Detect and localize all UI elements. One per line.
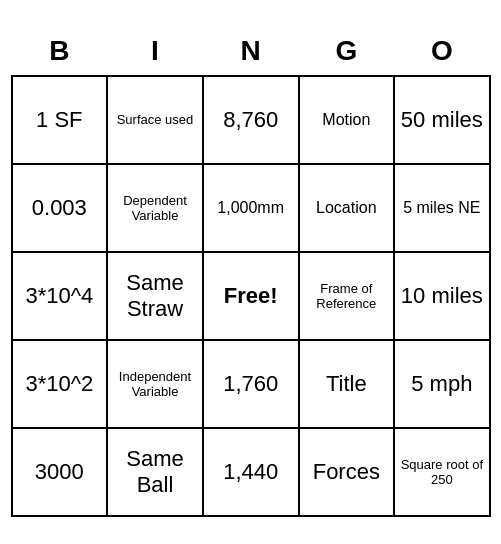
bingo-cell-4-1: Same Ball xyxy=(107,428,203,516)
bingo-row-3: 3*10^2Independent Variable1,760Title5 mp… xyxy=(12,340,490,428)
bingo-cell-3-3: Title xyxy=(299,340,395,428)
bingo-cell-1-0: 0.003 xyxy=(12,164,108,252)
bingo-cell-3-1: Independent Variable xyxy=(107,340,203,428)
bingo-cell-4-2: 1,440 xyxy=(203,428,299,516)
header-letter-g: G xyxy=(299,28,395,76)
bingo-cell-0-0: 1 SF xyxy=(12,76,108,164)
header-letter-n: N xyxy=(203,28,299,76)
bingo-cell-3-0: 3*10^2 xyxy=(12,340,108,428)
bingo-cell-1-4: 5 miles NE xyxy=(394,164,489,252)
bingo-cell-2-3: Frame of Reference xyxy=(299,252,395,340)
header-letter-o: O xyxy=(394,28,489,76)
bingo-cell-3-2: 1,760 xyxy=(203,340,299,428)
bingo-row-4: 3000Same Ball1,440ForcesSquare root of 2… xyxy=(12,428,490,516)
bingo-cell-1-2: 1,000mm xyxy=(203,164,299,252)
bingo-cell-0-1: Surface used xyxy=(107,76,203,164)
bingo-card: BINGO 1 SFSurface used8,760Motion50 mile… xyxy=(11,28,491,517)
bingo-cell-2-0: 3*10^4 xyxy=(12,252,108,340)
bingo-cell-0-3: Motion xyxy=(299,76,395,164)
bingo-cell-4-3: Forces xyxy=(299,428,395,516)
bingo-cell-1-1: Dependent Variable xyxy=(107,164,203,252)
header-row: BINGO xyxy=(12,28,490,76)
bingo-cell-4-4: Square root of 250 xyxy=(394,428,489,516)
bingo-cell-2-4: 10 miles xyxy=(394,252,489,340)
bingo-row-1: 0.003Dependent Variable1,000mmLocation5 … xyxy=(12,164,490,252)
bingo-cell-0-4: 50 miles xyxy=(394,76,489,164)
bingo-row-2: 3*10^4Same StrawFree!Frame of Reference1… xyxy=(12,252,490,340)
bingo-cell-0-2: 8,760 xyxy=(203,76,299,164)
header-letter-i: I xyxy=(107,28,203,76)
bingo-cell-3-4: 5 mph xyxy=(394,340,489,428)
bingo-row-0: 1 SFSurface used8,760Motion50 miles xyxy=(12,76,490,164)
bingo-cell-2-1: Same Straw xyxy=(107,252,203,340)
header-letter-b: B xyxy=(12,28,108,76)
bingo-cell-1-3: Location xyxy=(299,164,395,252)
bingo-cell-4-0: 3000 xyxy=(12,428,108,516)
bingo-cell-2-2: Free! xyxy=(203,252,299,340)
